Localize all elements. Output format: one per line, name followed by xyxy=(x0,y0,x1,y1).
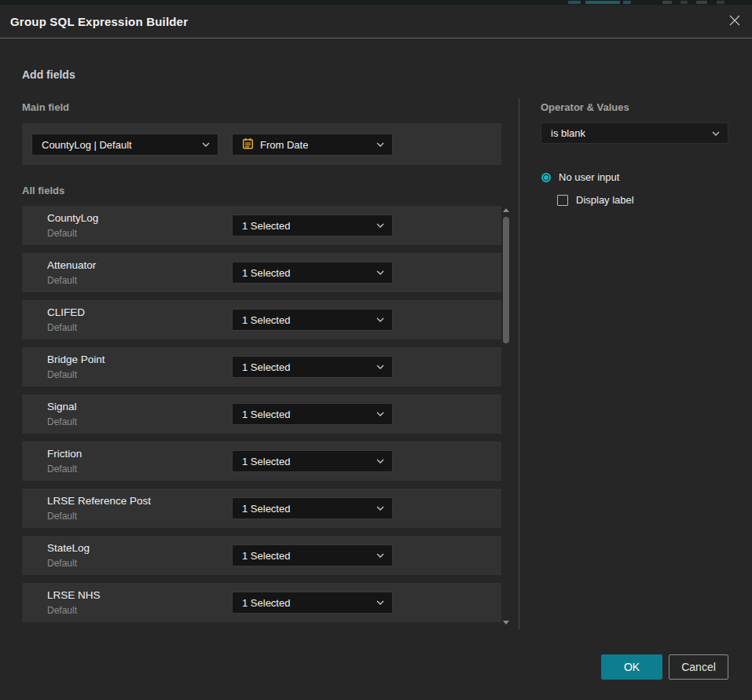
calendar-date-icon xyxy=(242,137,254,152)
chevron-down-icon xyxy=(376,459,384,464)
field-selection-dropdown[interactable]: 1 Selected xyxy=(232,544,393,566)
chevron-down-icon xyxy=(376,223,384,228)
field-row: Signal Default 1 Selected xyxy=(22,394,501,434)
field-selection-dropdown[interactable]: 1 Selected xyxy=(232,356,393,378)
backdrop-fragment xyxy=(680,1,688,4)
field-name: StateLog xyxy=(47,542,90,554)
field-subtitle: Default xyxy=(47,228,77,239)
field-name: CLIFED xyxy=(47,306,85,318)
field-subtitle: Default xyxy=(47,322,77,333)
field-name: LRSE NHS xyxy=(47,589,101,601)
scroll-down-arrow-icon[interactable] xyxy=(503,621,509,625)
field-name: Friction xyxy=(47,448,82,460)
no-user-input-radio[interactable]: No user input xyxy=(541,171,619,183)
field-name: LRSE Reference Post xyxy=(47,495,151,507)
field-name: Attenuator xyxy=(47,259,96,271)
main-source-value: CountyLog | Default xyxy=(42,139,132,151)
field-row: CountyLog Default 1 Selected xyxy=(22,206,501,245)
field-selection-dropdown[interactable]: 1 Selected xyxy=(232,262,393,284)
main-field-dropdown[interactable]: From Date xyxy=(232,134,393,156)
field-selection-dropdown[interactable]: 1 Selected xyxy=(232,214,393,236)
backdrop-fragment xyxy=(717,1,724,4)
field-row: Friction Default 1 Selected xyxy=(22,442,501,481)
operator-value: is blank xyxy=(551,127,585,139)
field-row: Attenuator Default 1 Selected xyxy=(22,253,501,292)
dialog-title: Group SQL Expression Builder xyxy=(10,5,188,38)
field-subtitle: Default xyxy=(47,275,77,286)
field-row: CLIFED Default 1 Selected xyxy=(22,300,501,339)
main-field-panel: CountyLog | Default From Date xyxy=(22,123,501,165)
panel-divider xyxy=(519,98,519,629)
backdrop-fragment xyxy=(585,1,620,4)
ok-button[interactable]: OK xyxy=(601,654,662,680)
field-selection-value: 1 Selected xyxy=(242,314,290,326)
field-subtitle: Default xyxy=(47,369,77,380)
field-selection-dropdown[interactable]: 1 Selected xyxy=(232,403,393,425)
field-row: LRSE Reference Post Default 1 Selected xyxy=(22,489,501,528)
chevron-down-icon xyxy=(376,553,384,558)
radio-selected-icon xyxy=(541,173,551,182)
field-row: LRSE NHS Default 1 Selected xyxy=(22,583,501,622)
checkbox-unchecked-icon[interactable] xyxy=(557,195,568,206)
backdrop-fragment xyxy=(568,1,581,4)
main-source-dropdown[interactable]: CountyLog | Default xyxy=(31,134,218,156)
chevron-down-icon xyxy=(202,142,210,147)
chevron-down-icon xyxy=(376,142,384,147)
dialog-titlebar: Group SQL Expression Builder xyxy=(0,5,752,38)
chevron-down-icon xyxy=(376,506,384,511)
main-field-value: From Date xyxy=(260,139,308,151)
cancel-button[interactable]: Cancel xyxy=(669,654,728,680)
field-selection-value: 1 Selected xyxy=(242,456,290,467)
field-name: CountyLog xyxy=(47,212,98,224)
field-name: Signal xyxy=(47,401,77,412)
operator-values-label: Operator & Values xyxy=(541,101,629,113)
chevron-down-icon xyxy=(712,131,720,136)
chevron-down-icon xyxy=(376,270,384,275)
list-scrollbar[interactable] xyxy=(501,205,512,631)
field-subtitle: Default xyxy=(47,511,77,522)
scroll-up-arrow-icon[interactable] xyxy=(503,208,509,212)
field-row: StateLog Default 1 Selected xyxy=(22,536,501,575)
field-row: Bridge Point Default 1 Selected xyxy=(22,347,501,387)
no-user-input-label: No user input xyxy=(559,171,619,183)
chevron-down-icon xyxy=(376,600,384,605)
field-selection-value: 1 Selected xyxy=(242,597,290,609)
field-subtitle: Default xyxy=(47,464,77,475)
field-subtitle: Default xyxy=(47,416,77,427)
chevron-down-icon xyxy=(376,317,384,322)
display-label-checkbox-row[interactable]: Display label xyxy=(557,194,634,206)
field-selection-dropdown[interactable]: 1 Selected xyxy=(232,592,393,614)
field-selection-dropdown[interactable]: 1 Selected xyxy=(232,450,393,472)
backdrop-fragment xyxy=(662,1,672,4)
field-selection-value: 1 Selected xyxy=(242,267,290,279)
all-fields-label: All fields xyxy=(22,185,64,196)
backdrop-fragment xyxy=(696,1,707,4)
field-selection-dropdown[interactable]: 1 Selected xyxy=(232,309,393,331)
scrollbar-thumb[interactable] xyxy=(503,217,509,343)
field-selection-value: 1 Selected xyxy=(242,409,290,420)
dialog-footer: OK Cancel xyxy=(601,654,728,680)
field-selection-value: 1 Selected xyxy=(242,503,290,515)
field-selection-dropdown[interactable]: 1 Selected xyxy=(232,497,393,519)
operator-dropdown[interactable]: is blank xyxy=(541,123,728,144)
close-button[interactable] xyxy=(728,15,742,29)
field-selection-value: 1 Selected xyxy=(242,550,290,562)
add-fields-heading: Add fields xyxy=(22,68,75,81)
field-subtitle: Default xyxy=(47,558,77,569)
field-subtitle: Default xyxy=(47,605,77,616)
field-selection-value: 1 Selected xyxy=(242,361,290,373)
close-icon xyxy=(728,14,741,30)
chevron-down-icon xyxy=(376,365,384,369)
all-fields-list: CountyLog Default 1 Selected Attenuator … xyxy=(22,206,501,630)
main-field-label: Main field xyxy=(22,101,69,113)
field-name: Bridge Point xyxy=(47,354,105,365)
backdrop-fragment xyxy=(623,1,631,4)
field-selection-value: 1 Selected xyxy=(242,220,290,232)
chevron-down-icon xyxy=(376,412,384,416)
display-label-text: Display label xyxy=(576,194,634,206)
